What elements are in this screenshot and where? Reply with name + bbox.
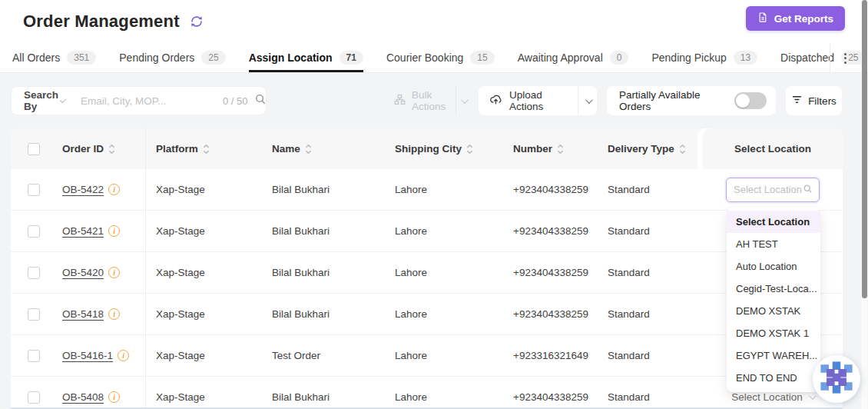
report-document-icon <box>757 12 768 25</box>
table-row: OB-5422i Xap-Stage Bilal Bukhari Lahore … <box>11 169 843 211</box>
upload-cloud-icon <box>489 93 502 108</box>
tab-all-orders[interactable]: All Orders351 <box>12 43 96 72</box>
page-title: Order Management <box>23 12 180 32</box>
get-reports-button[interactable]: Get Reports <box>746 6 845 31</box>
vertical-ellipsis-icon <box>844 53 846 64</box>
row-checkbox[interactable] <box>28 391 40 404</box>
info-icon[interactable]: i <box>108 184 120 195</box>
search-icon[interactable] <box>254 93 267 108</box>
order-id-link[interactable]: OB-5421 <box>62 225 104 237</box>
info-icon[interactable]: i <box>118 350 129 361</box>
column-header-shipping-city[interactable]: Shipping City <box>379 128 495 169</box>
tab-courier-booking[interactable]: Courier Booking15 <box>386 43 495 72</box>
info-icon[interactable]: i <box>108 308 120 320</box>
upload-actions-button[interactable]: Upload Actions <box>479 86 597 115</box>
chevron-down-icon <box>461 96 469 104</box>
more-tabs-button[interactable] <box>830 44 860 72</box>
info-icon[interactable]: i <box>108 225 120 237</box>
column-header-delivery-type[interactable]: Delivery Type <box>598 128 703 169</box>
search-group: Search By 0 / 50 <box>11 86 267 115</box>
dropdown-option[interactable]: END TO END <box>727 367 820 389</box>
bulk-actions-dropdown-arrow[interactable] <box>456 98 471 104</box>
row-checkbox[interactable] <box>28 308 40 321</box>
column-header-order-id[interactable]: Order ID <box>55 128 146 169</box>
table-row: OB-5418i Xap-Stage Bilal Bukhari Lahore … <box>11 294 843 335</box>
table-header-row: Order ID Platform Name Shipping City Num… <box>11 128 843 169</box>
tab-count-badge: 25 <box>201 51 225 65</box>
select-location-dropdown[interactable]: Select Location <box>731 391 813 403</box>
sitemap-icon <box>394 94 406 108</box>
select-location-search-input[interactable] <box>734 184 803 195</box>
select-all-checkbox[interactable] <box>28 143 40 155</box>
partially-available-orders-control: Partially Available Orders <box>607 86 776 115</box>
sort-icon <box>203 143 210 155</box>
info-icon[interactable]: i <box>108 391 120 403</box>
dropdown-option[interactable]: DEMO XSTAK <box>727 300 820 322</box>
select-location-combobox-open[interactable] <box>726 178 820 202</box>
tab-awaiting-approval[interactable]: Awaiting Approval0 <box>518 43 629 72</box>
order-id-link[interactable]: OB-5418 <box>62 308 104 320</box>
search-input[interactable] <box>81 95 217 107</box>
scrollbar-thumb[interactable] <box>862 0 867 298</box>
upload-actions-dropdown-arrow[interactable] <box>578 98 597 104</box>
refresh-icon[interactable] <box>190 15 204 28</box>
dropdown-option[interactable]: AH TEST <box>727 233 820 255</box>
chevron-down-icon <box>809 392 817 400</box>
asterisk-icon <box>819 360 854 398</box>
info-icon[interactable]: i <box>108 267 120 278</box>
row-checkbox[interactable] <box>28 184 40 196</box>
sort-icon <box>679 143 686 155</box>
tab-pending-pickup[interactable]: Pending Pickup13 <box>651 43 757 72</box>
row-checkbox[interactable] <box>28 350 40 362</box>
partially-available-toggle[interactable] <box>734 92 767 109</box>
dropdown-option[interactable]: Auto Location <box>727 255 820 278</box>
table-row: OB-5420i Xap-Stage Bilal Bukhari Lahore … <box>11 252 843 294</box>
column-header-platform[interactable]: Platform <box>146 128 272 169</box>
top-bar: Order Management Get Reports All O <box>0 0 868 73</box>
column-header-number[interactable]: Number <box>495 128 598 169</box>
assistant-widget-button[interactable] <box>813 355 860 403</box>
toolbar: Search By 0 / 50 Bulk Actions <box>0 86 868 115</box>
table-row: OB-5408i Xap-Stage Bilal Bukhari Lahore … <box>11 377 843 409</box>
row-checkbox[interactable] <box>28 225 40 238</box>
column-header-name[interactable]: Name <box>272 128 379 169</box>
tab-count-badge: 351 <box>67 51 96 65</box>
filters-button[interactable]: Filters <box>786 86 842 115</box>
order-id-link[interactable]: OB-5408 <box>62 391 104 403</box>
tab-count-badge: 0 <box>610 51 629 65</box>
sort-icon <box>557 143 564 155</box>
select-location-dropdown-panel: Select Location AH TEST Auto Location Ce… <box>727 208 820 392</box>
dropdown-option[interactable]: Cegid-Test-Loca... <box>727 278 820 300</box>
order-id-link[interactable]: OB-5420 <box>62 267 104 278</box>
order-id-link[interactable]: OB-5416-1 <box>62 350 113 361</box>
sort-icon <box>108 143 115 155</box>
sort-icon <box>305 143 312 155</box>
sort-icon <box>466 143 473 155</box>
dropdown-option[interactable]: DEMO XSTAK 1 <box>727 322 820 344</box>
bulk-actions-button[interactable]: Bulk Actions <box>384 86 471 115</box>
search-icon <box>803 184 813 196</box>
table-row: OB-5416-1i Xap-Stage Test Order Lahore +… <box>11 335 843 377</box>
tab-assign-location[interactable]: Assign Location71 <box>249 43 363 72</box>
row-checkbox[interactable] <box>28 267 40 279</box>
table-row: OB-5421i Xap-Stage Bilal Bukhari Lahore … <box>11 211 843 252</box>
search-by-select[interactable]: Search By <box>12 89 73 112</box>
vertical-scrollbar <box>861 0 867 409</box>
dropdown-option[interactable]: EGYPT WAREH... <box>727 344 820 367</box>
chevron-down-icon <box>585 96 593 104</box>
filter-icon <box>791 94 803 108</box>
tab-count-badge: 15 <box>470 51 494 65</box>
orders-table: Order ID Platform Name Shipping City Num… <box>11 128 843 409</box>
order-id-link[interactable]: OB-5422 <box>62 184 104 195</box>
tab-pending-orders[interactable]: Pending Orders25 <box>119 43 225 72</box>
dropdown-option[interactable]: Select Location <box>727 211 820 233</box>
column-header-select-location: Select Location <box>703 128 843 169</box>
chevron-down-icon <box>59 96 66 103</box>
tab-bar: All Orders351 Pending Orders25 Assign Lo… <box>12 43 868 72</box>
tab-count-badge: 13 <box>734 51 757 65</box>
order-management-page: Order Management Get Reports All O <box>0 0 868 409</box>
search-char-counter: 0 / 50 <box>223 95 248 107</box>
tab-count-badge: 71 <box>340 51 363 65</box>
